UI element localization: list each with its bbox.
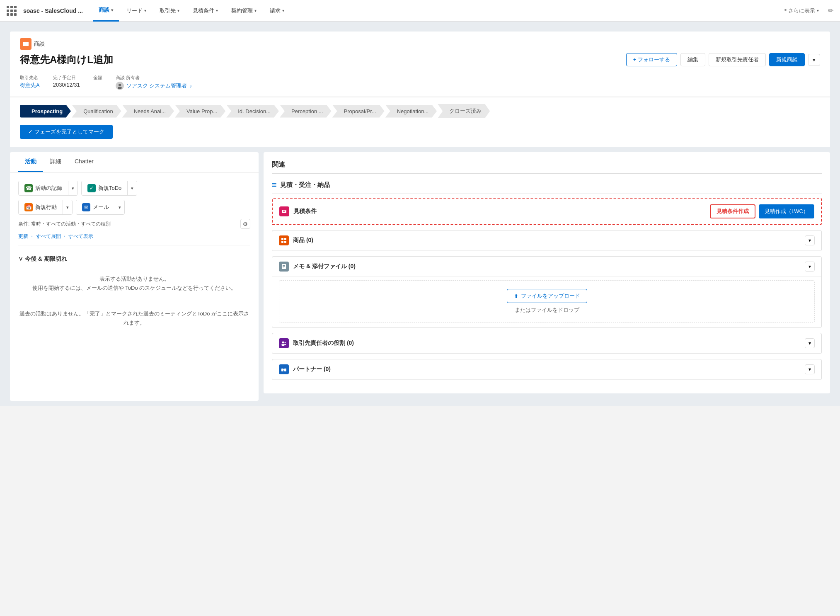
email-dropdown[interactable]: ▾ xyxy=(115,200,124,214)
owner-edit-icon[interactable]: ♪ xyxy=(189,83,192,88)
contact-roles-section: 取引先責任者の役割 (0) ▾ xyxy=(272,333,822,354)
svg-point-2 xyxy=(119,84,121,86)
account-meta: 取引先名 得意先A xyxy=(20,75,40,90)
partners-icon xyxy=(279,364,289,374)
email-button[interactable]: ✉ メール xyxy=(76,200,115,214)
stage-section: Prospecting Qualification Needs Anal... … xyxy=(10,97,830,147)
quote-buttons: 見積条件作成 見積作成（LWC） xyxy=(710,204,814,218)
activity-log-dropdown[interactable]: ▾ xyxy=(68,181,77,195)
filter-settings-icon[interactable]: ⚙ xyxy=(240,219,250,229)
quote-section-icon: ≡ xyxy=(272,180,277,190)
stage-value-prop[interactable]: Value Prop... xyxy=(175,105,225,118)
tab-chatter[interactable]: Chatter xyxy=(68,152,100,172)
update-link[interactable]: 更新 xyxy=(18,233,28,239)
svg-rect-9 xyxy=(281,241,283,243)
tab-activity[interactable]: 活動 xyxy=(18,152,43,172)
chevron-down-icon: ▾ xyxy=(177,8,179,13)
memo-icon xyxy=(279,262,289,272)
contact-roles-dropdown-button[interactable]: ▾ xyxy=(805,338,815,348)
email-group: ✉ メール ▾ xyxy=(76,200,125,215)
new-todo-dropdown[interactable]: ▾ xyxy=(127,181,137,195)
nav-item-leads[interactable]: リード ▾ xyxy=(121,0,152,22)
contact-roles-title: 取引先責任者の役割 (0) xyxy=(279,338,354,348)
nav-more-button[interactable]: ＊さらに表示 ▾ xyxy=(779,7,823,15)
stage-closed[interactable]: クローズ済み xyxy=(438,104,490,118)
upcoming-empty-message: 表示する活動がありません。 使用を開始するには、メールの送信や ToDo のスケ… xyxy=(18,266,250,301)
stage-bar: Prospecting Qualification Needs Anal... … xyxy=(20,104,820,118)
products-dropdown-button[interactable]: ▾ xyxy=(805,235,815,245)
products-title: 商品 (0) xyxy=(279,235,313,245)
amount-meta: 金額 xyxy=(93,75,102,90)
chevron-down-icon: ▾ xyxy=(216,8,218,13)
create-quote-lwc-button[interactable]: 見積作成（LWC） xyxy=(759,204,814,218)
partners-dropdown-button[interactable]: ▾ xyxy=(805,364,815,374)
deal-icon xyxy=(20,38,31,50)
new-action-button[interactable]: 📅 新規行動 xyxy=(19,200,63,214)
stage-negotiation[interactable]: Negotiation... xyxy=(385,105,437,118)
svg-rect-6 xyxy=(283,211,285,212)
svg-rect-10 xyxy=(284,241,286,243)
past-activities-message: 過去の活動はありません。「完了」とマークされた過去のミーティングとToDo がこ… xyxy=(18,301,250,336)
quote-highlight-section: 見積条件 見積条件作成 見積作成（LWC） xyxy=(272,198,822,225)
calendar-icon: 📅 xyxy=(24,203,33,211)
nav-item-accounts[interactable]: 取引先 ▾ xyxy=(154,0,185,22)
svg-rect-13 xyxy=(283,266,285,267)
edit-nav-icon[interactable]: ✏ xyxy=(828,7,833,15)
account-label: 取引先名 xyxy=(20,75,40,81)
header-more-dropdown[interactable]: ▾ xyxy=(808,54,820,66)
app-launcher-icon[interactable] xyxy=(7,6,17,16)
activity-log-group: ☎ 活動の記録 ▾ xyxy=(18,181,78,196)
file-upload-area: ⬆ ファイルをアップロード またはファイルをドロップ xyxy=(279,280,815,323)
upcoming-section-title[interactable]: ∨ 今後 & 期限切れ xyxy=(18,250,250,266)
panel-tabs: 活動 詳細 Chatter xyxy=(10,152,259,172)
upload-icon: ⬆ xyxy=(514,293,518,299)
svg-rect-8 xyxy=(284,238,286,240)
new-action-dropdown[interactable]: ▾ xyxy=(63,200,72,214)
left-panel: 活動 詳細 Chatter ☎ 活動の記録 ▾ ✓ xyxy=(10,152,259,401)
nav-item-contracts[interactable]: 契約管理 ▾ xyxy=(225,0,262,22)
nav-item-quotes[interactable]: 見積条件 ▾ xyxy=(187,0,224,22)
file-upload-button[interactable]: ⬆ ファイルをアップロード xyxy=(507,289,587,303)
new-todo-button[interactable]: ✓ 新規ToDo xyxy=(82,181,127,195)
chevron-down-icon: ▾ xyxy=(111,8,113,12)
complete-phase-button[interactable]: ✓ フェーズを完了としてマーク xyxy=(20,125,113,139)
chevron-down-icon: ▾ xyxy=(144,8,146,13)
panel-body: ☎ 活動の記録 ▾ ✓ 新規ToDo ▾ xyxy=(10,172,259,344)
svg-rect-7 xyxy=(281,238,283,240)
new-deal-button[interactable]: 新規商談 xyxy=(769,53,805,66)
contact-roles-header: 取引先責任者の役割 (0) ▾ xyxy=(272,333,821,354)
stage-proposal[interactable]: Proposal/Pr... xyxy=(332,105,385,118)
related-panel: 関連 ≡ 見積・受注・納品 xyxy=(264,152,830,393)
edit-button[interactable]: 編集 xyxy=(680,53,705,66)
breadcrumb-label: 商談 xyxy=(34,40,45,48)
svg-rect-1 xyxy=(23,42,29,43)
memo-title: メモ & 添付ファイル (0) xyxy=(279,262,356,272)
activity-log-button[interactable]: ☎ 活動の記録 xyxy=(19,181,68,195)
breadcrumb: 商談 xyxy=(20,38,820,50)
svg-rect-19 xyxy=(281,369,283,371)
account-value[interactable]: 得意先A xyxy=(20,82,40,89)
create-quote-button[interactable]: 見積条件作成 xyxy=(710,204,755,218)
stage-qualification[interactable]: Qualification xyxy=(72,105,121,118)
email-icon: ✉ xyxy=(82,203,90,211)
expand-all-link[interactable]: すべて展開 xyxy=(36,233,61,239)
memo-dropdown-button[interactable]: ▾ xyxy=(805,262,815,272)
nav-item-billing[interactable]: 請求 ▾ xyxy=(264,0,290,22)
show-all-link[interactable]: すべて表示 xyxy=(68,233,93,239)
chevron-down-icon: ▾ xyxy=(282,8,284,13)
close-date-value: 2030/12/31 xyxy=(53,82,80,88)
top-navigation: soasc - SalesCloud ... 商談 ▾ リード ▾ 取引先 ▾ … xyxy=(0,0,840,22)
owner-value[interactable]: ソアスク システム管理者 xyxy=(126,82,187,90)
stage-needs-analysis[interactable]: Needs Anal... xyxy=(122,105,174,118)
new-todo-group: ✓ 新規ToDo ▾ xyxy=(81,181,137,196)
tab-detail[interactable]: 詳細 xyxy=(43,152,68,172)
follow-button[interactable]: + フォローする xyxy=(626,53,677,66)
new-contact-button[interactable]: 新規取引先責任者 xyxy=(709,53,766,66)
stage-id-decision[interactable]: Id. Decision... xyxy=(226,105,279,118)
nav-item-deals[interactable]: 商談 ▾ xyxy=(93,0,119,22)
close-date-meta: 完了予定日 2030/12/31 xyxy=(53,75,80,90)
filter-links: 更新 ・ すべて展開 ・ すべて表示 xyxy=(18,233,250,240)
partners-title: パートナー (0) xyxy=(279,364,331,374)
stage-perception[interactable]: Perception ... xyxy=(280,105,332,118)
stage-prospecting[interactable]: Prospecting xyxy=(20,105,71,118)
